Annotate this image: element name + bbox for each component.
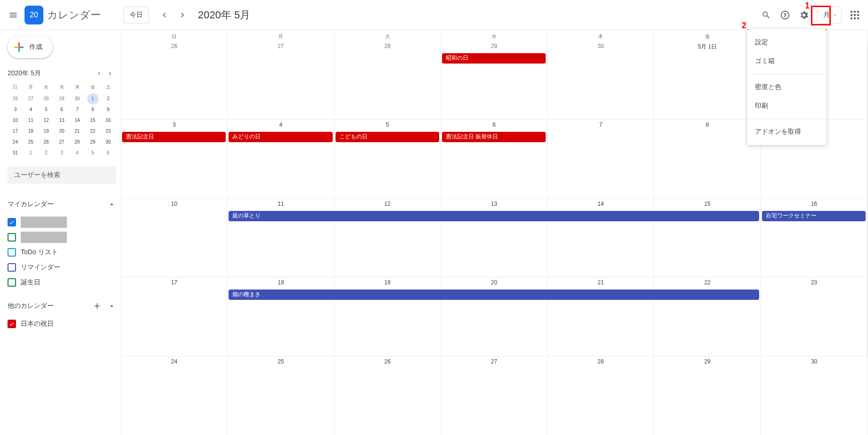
calendar-row[interactable] (8, 215, 116, 230)
mini-day-cell[interactable]: 29 (85, 137, 100, 147)
help-button[interactable] (776, 6, 794, 24)
calendar-row[interactable]: 誕生日 (8, 275, 116, 290)
day-cell[interactable]: 15 (654, 199, 761, 277)
day-cell[interactable]: 26 (121, 41, 228, 119)
day-cell[interactable]: 6 (441, 120, 548, 198)
calendar-row[interactable]: リマインダー (8, 260, 116, 275)
day-cell[interactable]: 27 (441, 356, 548, 435)
mini-day-cell[interactable]: 3 (8, 104, 23, 115)
event-chip[interactable]: 畑の種まき (229, 290, 759, 300)
mini-day-cell[interactable]: 9 (100, 104, 116, 115)
calendar-row[interactable] (8, 230, 116, 245)
day-cell[interactable]: 29 (654, 356, 761, 435)
mini-day-cell[interactable]: 2 (39, 147, 54, 158)
mini-day-cell[interactable]: 4 (69, 147, 85, 158)
day-cell[interactable]: 5月 1日 (654, 41, 761, 119)
settings-menu-item[interactable]: 印刷 (747, 97, 827, 115)
calendar-checkbox[interactable] (8, 263, 16, 272)
day-cell[interactable]: 25 (228, 356, 334, 435)
day-cell[interactable]: 30 (761, 356, 868, 435)
today-button[interactable]: 今日 (123, 7, 149, 24)
mini-day-cell[interactable]: 25 (23, 137, 39, 147)
event-chip[interactable]: 昭和の日 (442, 53, 546, 64)
mini-day-cell[interactable]: 6 (54, 104, 70, 115)
mini-day-cell[interactable]: 5 (39, 104, 54, 115)
event-chip[interactable]: 憲法記念日 振替休日 (442, 132, 546, 142)
mini-day-cell[interactable]: 27 (54, 137, 70, 147)
calendar-row[interactable]: 日本の祝日 (8, 316, 116, 331)
settings-menu-item[interactable]: ゴミ箱 (747, 52, 827, 71)
day-cell[interactable]: 18 (228, 277, 334, 355)
day-cell[interactable]: 5 (335, 120, 441, 198)
event-chip[interactable]: みどりの日 (229, 132, 332, 142)
day-cell[interactable]: 24 (121, 356, 228, 435)
calendar-checkbox[interactable] (8, 218, 16, 226)
day-cell[interactable]: 26 (335, 356, 441, 435)
add-icon[interactable] (92, 301, 102, 311)
mini-day-cell[interactable]: 1 (23, 147, 39, 158)
day-cell[interactable]: 3 (121, 120, 228, 198)
day-cell[interactable]: 29 (441, 41, 548, 119)
day-cell[interactable]: 17 (121, 277, 228, 355)
event-chip[interactable]: 庭の草とり (229, 211, 759, 221)
day-cell[interactable]: 23 (761, 277, 868, 355)
mini-day-cell[interactable]: 18 (23, 126, 39, 137)
mini-day-cell[interactable]: 26 (8, 93, 23, 104)
my-calendars-header[interactable]: マイカレンダー (8, 197, 116, 212)
day-cell[interactable]: 14 (548, 199, 654, 277)
day-cell[interactable]: 22 (654, 277, 761, 355)
mini-day-cell[interactable]: 27 (23, 93, 39, 104)
mini-day-cell[interactable]: 23 (100, 126, 116, 137)
mini-day-cell[interactable]: 30 (100, 137, 116, 147)
day-cell[interactable]: 28 (335, 41, 441, 119)
mini-day-cell[interactable]: 20 (54, 126, 70, 137)
mini-day-cell[interactable]: 16 (100, 115, 116, 126)
mini-day-cell[interactable]: 30 (69, 93, 85, 104)
calendar-checkbox[interactable] (8, 320, 16, 328)
mini-day-cell[interactable]: 24 (8, 137, 23, 147)
day-cell[interactable]: 30 (548, 41, 654, 119)
mini-day-cell[interactable]: 19 (39, 126, 54, 137)
day-cell[interactable]: 28 (548, 356, 654, 435)
mini-day-cell[interactable]: 29 (54, 93, 70, 104)
mini-day-cell[interactable]: 15 (85, 115, 100, 126)
calendar-checkbox[interactable] (8, 248, 16, 257)
mini-day-cell[interactable]: 7 (69, 104, 85, 115)
mini-day-cell[interactable]: 22 (85, 126, 100, 137)
mini-day-cell[interactable]: 1 (85, 93, 100, 104)
day-cell[interactable]: 7 (548, 120, 654, 198)
mini-day-cell[interactable]: 14 (69, 115, 85, 126)
mini-day-cell[interactable]: 5 (85, 147, 100, 158)
mini-day-cell[interactable]: 21 (69, 126, 85, 137)
prev-button[interactable] (155, 6, 173, 24)
mini-day-cell[interactable]: 3 (54, 147, 70, 158)
search-button[interactable] (757, 6, 776, 24)
day-cell[interactable]: 19 (335, 277, 441, 355)
day-cell[interactable]: 10 (121, 199, 228, 277)
settings-menu-item[interactable]: 設定 (747, 33, 827, 52)
mini-next[interactable] (105, 68, 116, 79)
apps-button[interactable] (845, 6, 864, 24)
day-cell[interactable]: 11 (228, 199, 334, 277)
mini-day-cell[interactable]: 17 (8, 126, 23, 137)
day-cell[interactable]: 8 (654, 120, 761, 198)
mini-day-cell[interactable]: 4 (23, 104, 39, 115)
mini-day-cell[interactable]: 11 (23, 115, 39, 126)
event-chip[interactable]: こどもの日 (336, 132, 439, 142)
calendar-row[interactable]: ToDo リスト (8, 245, 116, 260)
people-search[interactable]: ユーザーを検索 (8, 167, 116, 184)
calendar-checkbox[interactable] (8, 278, 16, 287)
settings-menu-item[interactable]: 密度と色 (747, 78, 827, 97)
menu-button[interactable] (4, 6, 23, 24)
day-cell[interactable]: 27 (228, 41, 334, 119)
mini-day-cell[interactable]: 2 (100, 93, 116, 104)
create-button[interactable]: 作成 (8, 36, 53, 58)
mini-day-cell[interactable]: 8 (85, 104, 100, 115)
day-cell[interactable]: 4 (228, 120, 334, 198)
settings-button[interactable] (794, 6, 813, 24)
day-cell[interactable]: 12 (335, 199, 441, 277)
other-calendars-header[interactable]: 他のカレンダー (8, 298, 116, 314)
day-cell[interactable]: 20 (441, 277, 548, 355)
mini-day-cell[interactable]: 6 (100, 147, 116, 158)
mini-day-cell[interactable]: 28 (69, 137, 85, 147)
